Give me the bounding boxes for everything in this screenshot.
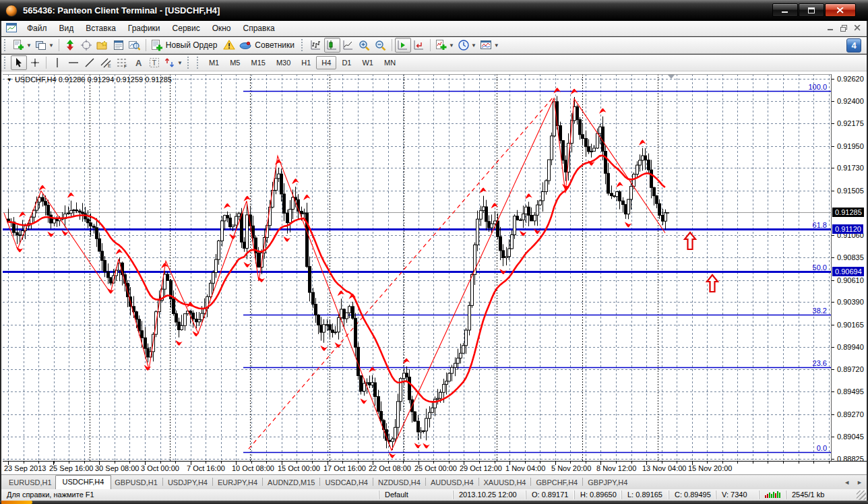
time-axis-minor-tick (540, 462, 540, 464)
child-restore-button[interactable] (838, 23, 849, 33)
arrows-tool-dropdown-icon[interactable]: ▼ (177, 60, 183, 66)
chart-high-value: 0.91294 (88, 75, 115, 84)
trend-line-button[interactable] (82, 55, 98, 70)
chart-tab-usdchf-h4[interactable]: USDCHF,H4 (55, 475, 112, 489)
equidistant-channel-button[interactable]: E (98, 55, 114, 70)
menu-5[interactable]: Окно (206, 22, 237, 35)
chart-tab-xauusd-h4[interactable]: XAUUSD,H4 (480, 476, 530, 489)
chart-tab-gbpchf-h4[interactable]: GBPCHF,H4 (532, 476, 581, 489)
time-axis-label: 25 Sep 16:00 (49, 464, 93, 472)
fib-level-price-box: 0.91120 (832, 224, 863, 234)
chart-tab-gbpusd-h1[interactable]: GBPUSD,H1 (111, 476, 161, 489)
profiles-dropdown-icon[interactable]: ▼ (49, 42, 54, 49)
timeframe-M15[interactable]: M15 (245, 56, 270, 69)
timeframe-MN[interactable]: MN (379, 56, 401, 69)
time-axis-minor-tick (312, 462, 313, 464)
time-axis-minor-tick (433, 462, 434, 464)
status-bar: Для справки, нажмите F1 Default 2013.10.… (1, 489, 867, 501)
timeframe-M5[interactable]: M5 (224, 56, 245, 69)
chart-tab-eurusd-h1[interactable]: EURUSD,H1 (5, 476, 55, 489)
zoom-out-button[interactable] (373, 38, 389, 53)
connection-bars-icon (759, 491, 786, 499)
bar-chart-button[interactable] (308, 38, 324, 53)
chart-shift-button[interactable] (411, 38, 427, 53)
vertical-line-button[interactable] (49, 55, 65, 70)
text-label-button[interactable]: T (146, 55, 162, 70)
time-axis-minor-tick (799, 462, 799, 464)
chart-tab-audnzd-m15[interactable]: AUDNZD,M15 (264, 476, 318, 489)
tabs-scroll-left-icon[interactable]: ◄ (844, 479, 850, 486)
timeframe-M1[interactable]: M1 (204, 56, 224, 69)
cursor-button[interactable] (11, 55, 27, 70)
time-axis-minor-tick (692, 462, 693, 464)
candlestick-chart-button[interactable] (324, 38, 340, 53)
templates-button[interactable]: ▼ (478, 38, 501, 53)
periods-button[interactable]: ▼ (456, 38, 478, 53)
menu-6[interactable]: Справка (237, 22, 281, 35)
zoom-in-button[interactable] (356, 38, 373, 53)
templates-dropdown-icon[interactable]: ▼ (494, 42, 499, 49)
chart-close-value: 0.91285 (145, 75, 172, 84)
close-button[interactable] (825, 3, 856, 17)
price-chart[interactable]: 100.061.850.038.223.60.0 (3, 74, 831, 461)
chevron-down-icon[interactable]: ▼ (7, 77, 12, 83)
timeframe-H1[interactable]: H1 (296, 56, 316, 69)
timeframe-H4[interactable]: H4 (316, 56, 336, 69)
indicators-icon (435, 40, 447, 51)
child-close-button[interactable] (852, 23, 863, 33)
new-chart-dropdown-icon[interactable]: ▼ (26, 42, 32, 49)
menu-1[interactable]: Вид (53, 22, 80, 35)
menu-4[interactable]: Сервис (166, 22, 206, 35)
horizontal-line-button[interactable] (65, 55, 82, 70)
status-close: C: 0.89495 (669, 491, 716, 499)
strategy-tester-button[interactable] (127, 38, 143, 53)
indicators-button[interactable]: ▼ (433, 38, 456, 53)
crosshair-button[interactable] (27, 55, 43, 70)
time-axis[interactable]: 23 Sep 201325 Sep 16:0030 Sep 08:003 Oct… (3, 461, 867, 474)
auto-scroll-button[interactable] (395, 38, 411, 53)
navigator-button[interactable] (78, 38, 94, 53)
profiles-button[interactable]: ▼ (34, 38, 56, 53)
arrows-tool-button[interactable]: ▼ (162, 55, 185, 70)
chart-tab-nzdusd-h4[interactable]: NZDUSD,H4 (375, 476, 424, 489)
time-axis-label: 25 Oct 00:00 (414, 464, 457, 472)
indicators-dropdown-icon[interactable]: ▼ (449, 42, 454, 49)
toolbar-separator (59, 39, 59, 51)
fibonacci-button[interactable]: F (114, 55, 130, 70)
maximize-button[interactable] (799, 3, 824, 17)
timeframe-W1[interactable]: W1 (356, 56, 379, 69)
menu-3[interactable]: Графики (122, 22, 166, 35)
timeframe-M30[interactable]: M30 (271, 56, 296, 69)
price-scale[interactable]: 0.926200.924000.921750.919500.917300.915… (831, 74, 867, 461)
menu-0[interactable]: Файл (21, 22, 53, 35)
data-window-button[interactable] (111, 38, 127, 53)
new-order-button[interactable]: Новый Ордер (149, 38, 221, 53)
community-button[interactable]: 4 (846, 38, 861, 53)
child-minimize-button[interactable] (825, 23, 836, 33)
status-profile[interactable]: Default (379, 491, 453, 499)
account-history-button[interactable] (94, 38, 111, 53)
expert-advisors-button[interactable]: Советники (237, 38, 299, 53)
chart-tab-usdjpy-h4[interactable]: USDJPY,H4 (164, 476, 211, 489)
time-axis-minor-tick (388, 462, 389, 464)
timeframe-D1[interactable]: D1 (336, 56, 356, 69)
market-watch-button[interactable] (62, 38, 78, 53)
tabs-scroll-right-icon[interactable]: ► (857, 479, 863, 486)
line-chart-button[interactable] (340, 38, 356, 53)
chart-tab-eurjpy-h4[interactable]: EURJPY,H4 (214, 476, 261, 489)
chart-tab-gbpjpy-h4[interactable]: GBPJPY,H4 (584, 476, 631, 489)
new-chart-button[interactable]: ▼ (11, 38, 34, 53)
minimize-button[interactable] (772, 3, 798, 17)
arrows-tool-icon (164, 57, 175, 68)
time-axis-minor-tick (221, 462, 222, 464)
chart-tab-audusd-h4[interactable]: AUDUSD,H4 (427, 476, 477, 489)
resize-grip[interactable] (857, 491, 866, 500)
periods-dropdown-icon[interactable]: ▼ (471, 42, 476, 49)
alerts-button[interactable] (221, 38, 237, 53)
time-axis-minor-tick (677, 462, 677, 464)
chart-tab-usdcad-h4[interactable]: USDCAD,H4 (321, 476, 371, 489)
menu-2[interactable]: Вставка (80, 22, 122, 35)
time-axis-minor-tick (84, 462, 85, 464)
text-button[interactable]: A (130, 55, 146, 70)
templates-icon (480, 40, 492, 51)
